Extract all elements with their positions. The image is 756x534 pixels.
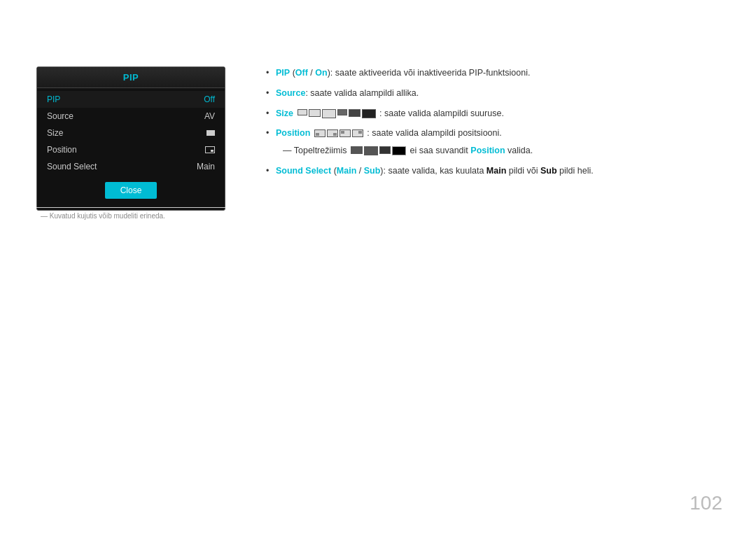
sound-main-label: Main [337,166,356,176]
pip-source-value: AV [204,111,215,121]
position-label: Position [276,128,310,138]
size-icons [298,109,376,118]
pip-size-label: Size [47,128,63,138]
page-number: 102 [690,492,722,514]
position-icon-4 [352,129,363,137]
pip-row-label: PIP [47,94,60,104]
sound-heli-text: pildi heli. [557,166,594,176]
bullet-pip-off-on: PIP (Off / On): saate aktiveerida või in… [266,66,728,80]
size-icon-6 [362,109,376,118]
close-button[interactable]: Close [105,182,158,199]
bullet-list-2: Sound Select (Main / Sub): saate valida,… [266,164,728,178]
position-icons-wrap [313,128,367,138]
bullet-position: Position : saate valida alampildi posits… [266,127,728,140]
pip-off-label: Off [295,68,308,78]
topelt-position-label: Position [470,146,505,155]
pip-row-sound-select[interactable]: Sound Select Main [37,158,225,175]
size-label: Size [276,108,293,118]
pip-on-label: On [315,68,327,78]
bullet-list: PIP (Off / On): saate aktiveerida või in… [266,66,728,140]
topelt-label: Topeltrežiimis [294,146,347,155]
topelt-note: ― Topeltrežiimis ei saa suvandit Positio… [266,144,728,157]
pip-label-bold: PIP [276,68,290,78]
divider [36,207,225,208]
pip-row-source[interactable]: Source AV [37,108,225,125]
pip-position-value-icon [205,146,215,153]
position-icon-3 [340,129,351,137]
position-icon-2 [327,129,338,137]
pip-slash: / [308,68,315,78]
pip-colon-text: ): saate aktiveerida või inaktiveerida P… [328,68,531,78]
sound-main-bold: Main [486,166,506,176]
pip-sound-select-value: Main [197,162,215,171]
pip-sound-select-label: Sound Select [47,162,97,171]
pip-title: PIP [37,67,225,88]
sound-pildi-text: pildi või [506,166,540,176]
sound-sub-label: Sub [364,166,381,176]
position-icon-1 [314,129,326,137]
position-text: : saate valida alampildi positsiooni. [367,128,501,138]
topelt-icon-1 [351,146,363,154]
pip-row-value: Off [204,94,215,104]
close-button-wrap: Close [37,175,225,207]
size-icon-4 [337,109,347,115]
pip-size-value-icon [206,130,215,136]
size-icon-2 [309,109,321,117]
source-text: : saate valida alampildi allika. [305,88,419,98]
dash-symbol: ― [283,146,294,155]
size-icon-3 [322,109,336,118]
content-area: PIP (Off / On): saate aktiveerida või in… [266,66,728,185]
bullet-sound-select: Sound Select (Main / Sub): saate valida,… [266,164,728,178]
size-icon-1 [298,109,307,115]
pip-source-label: Source [47,111,74,121]
size-icons-wrap [296,108,379,118]
topelt-icon-3 [379,146,391,154]
pip-row-position[interactable]: Position [37,141,225,158]
position-icons [314,129,363,137]
pip-row-size[interactable]: Size [37,125,225,141]
topelt-icons [351,146,406,155]
topelt-icon-4 [392,146,406,155]
size-icon-5 [349,109,360,117]
topelt-icon-2 [364,146,378,155]
sound-sub-bold: Sub [540,166,557,176]
topelt-icons-wrap [349,146,410,155]
pip-menu: PIP Off Source AV Size Position Sound Se… [37,88,225,210]
footnote-text: ― Kuvatud kujutis võib mudeliti erineda. [41,212,165,220]
sound-select-label: Sound Select [276,166,331,176]
sound-slash: / [356,166,363,176]
source-label: Source [276,88,305,98]
bullet-size: Size : saate valida alampildi suuruse. [266,107,728,120]
topelt-ei-text: ei saa suvandit [410,146,470,155]
sound-select-paren-close: ): saate valida, kas kuulata [380,166,486,176]
size-text: : saate valida alampildi suuruse. [379,108,504,118]
pip-position-label: Position [47,145,77,155]
pip-row-pip[interactable]: PIP Off [37,91,225,108]
pip-panel: PIP PIP Off Source AV Size Position Soun… [36,66,225,211]
bullet-source: Source: saate valida alampildi allika. [266,87,728,100]
topelt-valida-text: valida. [505,146,533,155]
